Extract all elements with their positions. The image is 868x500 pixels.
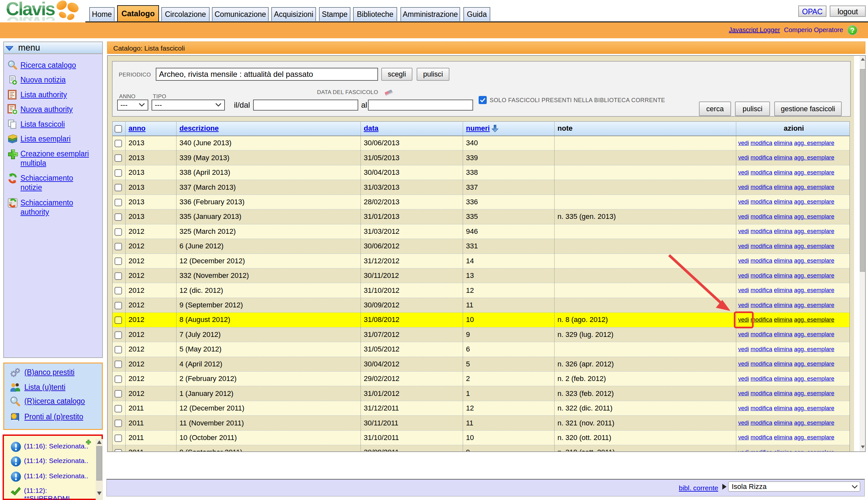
svg-text:?: ? — [850, 26, 854, 34]
